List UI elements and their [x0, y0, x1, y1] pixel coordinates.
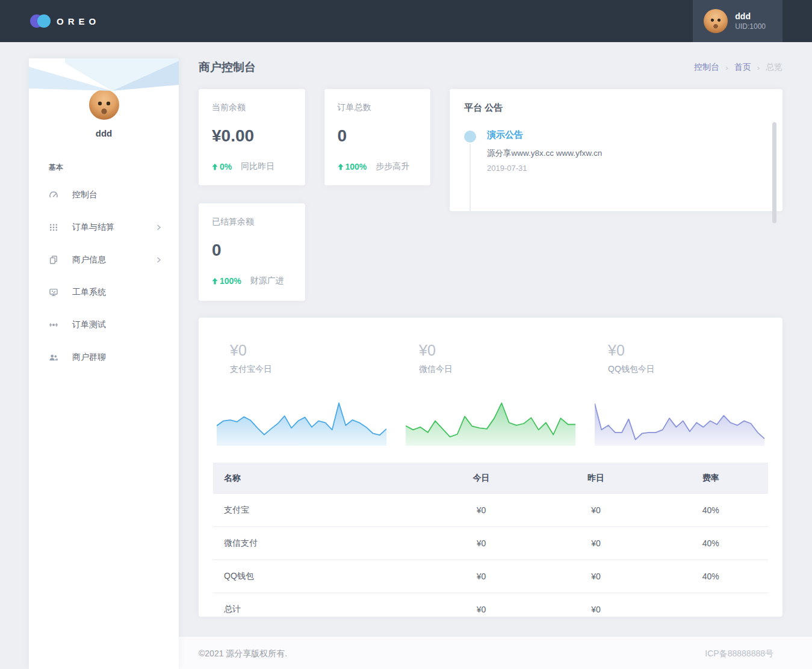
- gauge-icon: [49, 190, 58, 200]
- breadcrumb-current: 总览: [766, 62, 783, 73]
- payments-table: 名称 今日 昨日 费率 支付宝 ¥0 ¥0 40% 微信支付: [213, 463, 768, 626]
- stat-trend-note: 同比昨日: [241, 161, 274, 172]
- breadcrumb-link-home[interactable]: 首页: [734, 62, 751, 73]
- breadcrumb: 控制台 › 首页 › 总览: [694, 62, 783, 73]
- arrow-up-icon: [212, 278, 218, 285]
- stat-trend-percent: 100%: [220, 276, 241, 286]
- announcement-panel: 平台 公告 演示公告 源分享www.y8x.cc www.yfxw.cn 201…: [450, 89, 783, 211]
- sidebar-item-label: 控制台: [72, 190, 162, 200]
- table-cell: ¥0: [539, 560, 653, 593]
- table-row: QQ钱包 ¥0 ¥0 40%: [213, 560, 768, 593]
- table-cell: ¥0: [424, 593, 538, 626]
- table-header-name: 名称: [213, 463, 424, 494]
- table-cell: ¥0: [424, 560, 538, 593]
- table-header-row: 名称 今日 昨日 费率: [213, 463, 768, 494]
- sidebar-item-orders-settlement[interactable]: 订单与结算: [29, 211, 179, 244]
- announcement-item-link[interactable]: 演示公告: [487, 129, 523, 140]
- chart-label: 支付宝今日: [230, 364, 386, 375]
- grid-icon: [49, 223, 58, 232]
- people-icon: [49, 353, 58, 362]
- chart-amount: ¥0: [419, 342, 575, 359]
- timeline-line: [470, 144, 471, 215]
- sidebar-item-ticket-system[interactable]: 工单系统: [29, 276, 179, 309]
- top-navbar: OREO ddd UID:1000: [0, 0, 812, 42]
- sidebar-item-label: 订单测试: [72, 319, 162, 330]
- navbar-username: ddd: [735, 11, 766, 22]
- stat-trend-note: 步步高升: [376, 161, 409, 172]
- sidebar-item-dashboard[interactable]: 控制台: [29, 179, 179, 211]
- sidebar-section-label: 基本: [49, 162, 179, 173]
- announcement-scrollbar[interactable]: [772, 122, 776, 223]
- stat-card-orders: 订单总数 0 100% 步步高升: [324, 89, 431, 185]
- chart-col-qq: ¥0 QQ钱包今日: [595, 332, 764, 446]
- alipay-sparkline-chart: [217, 398, 386, 446]
- footer-icp: ICP备88888888号: [705, 649, 773, 659]
- table-cell: ¥0: [539, 494, 653, 527]
- table-header-today: 今日: [424, 463, 538, 494]
- stat-trend-percent: 100%: [346, 162, 367, 171]
- sidebar-item-order-test[interactable]: 订单测试: [29, 309, 179, 341]
- announcement-item-date: 2019-07-31: [487, 164, 768, 173]
- stat-card-settled: 已结算余额 0 100% 财源广进: [199, 203, 305, 301]
- chart-col-wechat: ¥0 微信今日: [406, 332, 575, 446]
- stat-label: 已结算余额: [212, 217, 292, 227]
- chart-label: 微信今日: [419, 364, 575, 375]
- stat-value: 0: [338, 126, 418, 146]
- stat-card-balance: 当前余额 ¥0.00 0% 同比昨日: [199, 89, 305, 185]
- sidebar-banner-decoration: [29, 58, 179, 102]
- timeline-dot-icon: [464, 131, 476, 143]
- test-icon: [49, 320, 58, 330]
- page-title: 商户控制台: [199, 60, 256, 75]
- sidebar-item-merchant-info[interactable]: 商户信息: [29, 244, 179, 276]
- table-cell: [653, 593, 768, 626]
- announcement-item-content: 源分享www.y8x.cc www.yfxw.cn: [487, 148, 768, 159]
- chart-amount: ¥0: [608, 342, 764, 359]
- breadcrumb-separator: ›: [725, 63, 728, 72]
- table-cell: ¥0: [539, 593, 653, 626]
- sidebar-item-merchant-chat[interactable]: 商户群聊: [29, 341, 179, 374]
- stat-label: 订单总数: [338, 102, 418, 113]
- stat-trend-percent: 0%: [220, 162, 232, 171]
- table-header-rate: 费率: [653, 463, 768, 494]
- table-cell: ¥0: [424, 527, 538, 560]
- table-cell: ¥0: [424, 494, 538, 527]
- chart-col-alipay: ¥0 支付宝今日: [217, 332, 386, 446]
- arrow-up-icon: [212, 164, 218, 170]
- logo-text: OREO: [57, 16, 100, 26]
- monitor-icon: [49, 288, 58, 297]
- chart-amount: ¥0: [230, 342, 386, 359]
- page-footer: ©2021 源分享版权所有. ICP备88888888号: [179, 636, 812, 669]
- announcement-item: 演示公告 源分享www.y8x.cc www.yfxw.cn 2019-07-3…: [487, 129, 768, 173]
- breadcrumb-separator: ›: [757, 63, 760, 72]
- navbar-user-menu[interactable]: ddd UID:1000: [693, 0, 783, 42]
- table-cell: 支付宝: [213, 494, 424, 527]
- overview-panel: ¥0 支付宝今日 ¥0 微信今日 ¥0 QQ钱包今日: [199, 318, 783, 617]
- stat-label: 当前余额: [212, 102, 292, 113]
- copy-icon: [49, 255, 58, 265]
- announcement-timeline: 演示公告 源分享www.y8x.cc www.yfxw.cn 2019-07-3…: [464, 129, 768, 173]
- footer-copyright: ©2021 源分享版权所有.: [199, 649, 287, 659]
- sidebar-menu: 控制台 订单与结算 商户信息: [29, 179, 179, 374]
- sidebar-item-label: 商户信息: [72, 254, 156, 265]
- table-row-total: 总计 ¥0 ¥0: [213, 593, 768, 626]
- table-cell: 40%: [653, 494, 768, 527]
- app-logo[interactable]: OREO: [0, 14, 100, 28]
- table-header-yesterday: 昨日: [539, 463, 653, 494]
- logo-circles-icon: [30, 14, 51, 28]
- table-row: 微信支付 ¥0 ¥0 40%: [213, 527, 768, 560]
- qq-sparkline-chart: [595, 398, 764, 446]
- navbar-uid: UID:1000: [735, 22, 766, 31]
- breadcrumb-link-console[interactable]: 控制台: [694, 62, 719, 73]
- sidebar-item-label: 工单系统: [72, 287, 162, 298]
- wechat-sparkline-chart: [406, 398, 575, 446]
- sidebar-username: ddd: [29, 128, 179, 138]
- sidebar-item-label: 订单与结算: [72, 222, 156, 233]
- table-cell: 40%: [653, 560, 768, 593]
- table-cell: 微信支付: [213, 527, 424, 560]
- stat-trend-note: 财源广进: [250, 276, 284, 286]
- table-row: 支付宝 ¥0 ¥0 40%: [213, 494, 768, 527]
- chart-label: QQ钱包今日: [608, 364, 764, 375]
- chevron-right-icon: [156, 224, 162, 230]
- table-cell: ¥0: [539, 527, 653, 560]
- chevron-right-icon: [156, 257, 162, 263]
